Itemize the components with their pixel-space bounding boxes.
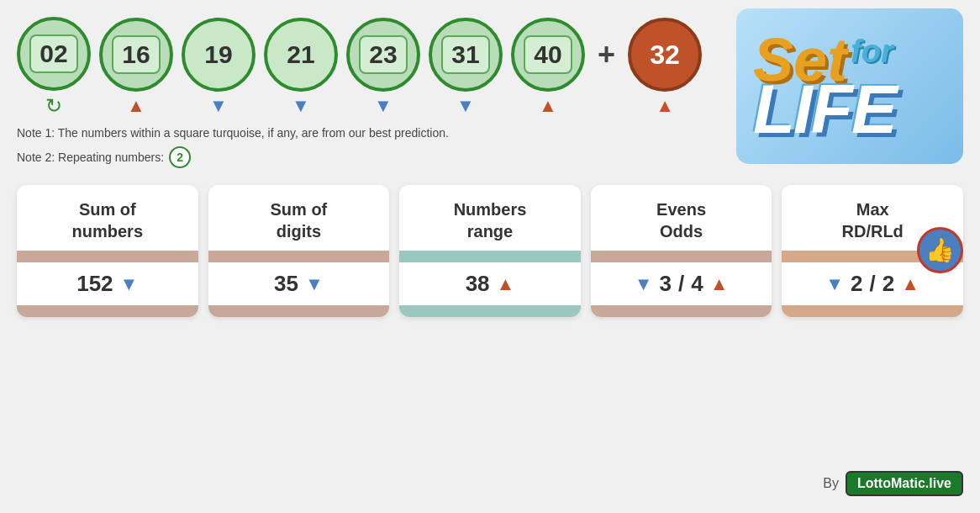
- note2-prefix: Note 2: Repeating numbers:: [17, 151, 164, 164]
- repeating-badge: 2: [169, 146, 191, 168]
- ball-container-7: 40 ▲: [511, 18, 585, 117]
- max-rd-separator: /: [870, 271, 876, 297]
- stat-card-numbers-range-title: Numbersrange: [399, 185, 581, 251]
- ball-4: 21: [264, 18, 338, 92]
- numbers-range-arrow-up-icon: ▲: [497, 273, 515, 295]
- ball-container-1: 02 ↻: [17, 17, 91, 118]
- evens-odds-separator: /: [678, 271, 684, 297]
- stat-card-max-rd-bar-bottom: [782, 305, 963, 317]
- note1: Note 1: The numbers within a square turq…: [17, 126, 711, 140]
- ball-3: 19: [182, 18, 256, 92]
- attribution: By LottoMatic.live: [823, 471, 963, 496]
- numbers-range-val: 38: [466, 271, 490, 297]
- stat-card-sum-numbers-bar-top: [17, 251, 198, 262]
- bonus-ball: 32: [628, 18, 702, 92]
- attribution-brand: LottoMatic.live: [846, 471, 963, 496]
- stat-card-sum-digits-title: Sum ofdigits: [208, 185, 390, 251]
- sum-digits-arrow-down-icon: ▼: [305, 273, 324, 295]
- ball-3-down-icon[interactable]: ▼: [209, 95, 228, 117]
- max-rd-val-left: 2: [851, 271, 862, 297]
- stat-card-evens-odds: EvensOdds ▼ 3 / 4 ▲: [591, 185, 772, 317]
- logo-container: Set for LIFE: [736, 8, 963, 164]
- ball-7-inner: 40: [524, 35, 572, 74]
- ball-7: 40: [511, 18, 585, 92]
- bonus-ball-container: 32 ▲: [628, 18, 702, 117]
- max-rd-arrow-up-icon: ▲: [901, 273, 919, 295]
- stat-card-sum-numbers-value: 152 ▼: [17, 262, 198, 305]
- bonus-ball-up-icon[interactable]: ▲: [656, 95, 674, 117]
- ball-7-up-icon[interactable]: ▲: [539, 95, 557, 117]
- thumbs-up-button[interactable]: 👍: [917, 227, 963, 273]
- sum-digits-val: 35: [274, 271, 298, 297]
- ball-6-down-icon[interactable]: ▼: [456, 95, 475, 117]
- stat-card-sum-numbers: Sum ofnumbers 152 ▼: [17, 185, 198, 317]
- ball-1: 02: [17, 17, 91, 91]
- ball-container-6: 31 ▼: [429, 18, 503, 117]
- ball-4-inner: 21: [278, 37, 323, 72]
- ball-container-4: 21 ▼: [264, 18, 338, 117]
- ball-4-down-icon[interactable]: ▼: [292, 95, 310, 117]
- stat-card-evens-odds-title: EvensOdds: [591, 185, 772, 251]
- max-rd-val-right: 2: [883, 271, 894, 297]
- stat-card-numbers-range-bar-top: [399, 251, 581, 262]
- ball-1-refresh-icon[interactable]: ↻: [45, 94, 62, 118]
- stat-card-evens-odds-bar-top: [591, 251, 772, 262]
- ball-container-2: 16 ▲: [99, 18, 173, 117]
- note1-text: Note 1: The numbers within a square turq…: [17, 126, 449, 140]
- attribution-by: By: [823, 476, 839, 491]
- ball-5: 23: [346, 18, 420, 92]
- ball-container-3: 19 ▼: [182, 18, 256, 117]
- ball-container-5: 23 ▼: [346, 18, 420, 117]
- bonus-ball-value: 32: [650, 40, 680, 71]
- logo-life: LIFE: [753, 75, 896, 144]
- stat-card-numbers-range: Numbersrange 38 ▲: [399, 185, 581, 317]
- max-rd-arrow-down-icon: ▼: [825, 273, 844, 295]
- ball-2-inner: 16: [112, 35, 160, 74]
- stat-card-sum-digits: Sum ofdigits 35 ▼: [208, 185, 390, 317]
- odds-val: 4: [691, 271, 703, 297]
- note2: Note 2: Repeating numbers: 2: [17, 146, 711, 168]
- ball-1-inner: 02: [29, 34, 77, 73]
- evens-odds-arrow-up-icon: ▲: [710, 273, 729, 295]
- evens-val: 3: [659, 271, 671, 297]
- stat-card-sum-digits-bar-bottom: [208, 305, 390, 317]
- stat-card-evens-odds-value: ▼ 3 / 4 ▲: [591, 262, 772, 305]
- ball-2: 16: [99, 18, 173, 92]
- stat-card-numbers-range-bar-bottom: [399, 305, 581, 317]
- stat-card-evens-odds-bar-bottom: [591, 305, 772, 317]
- ball-6: 31: [429, 18, 503, 92]
- sum-numbers-arrow-down-icon: ▼: [120, 273, 139, 295]
- ball-2-up-icon[interactable]: ▲: [127, 95, 145, 117]
- sum-numbers-val: 152: [76, 271, 113, 297]
- stat-card-sum-numbers-title: Sum ofnumbers: [17, 185, 198, 251]
- ball-3-inner: 19: [196, 37, 240, 72]
- plus-sign: +: [598, 37, 615, 98]
- stat-card-sum-numbers-bar-bottom: [17, 305, 198, 317]
- stat-card-numbers-range-value: 38 ▲: [399, 262, 581, 305]
- stat-card-sum-digits-bar-top: [208, 251, 390, 262]
- stats-row: Sum ofnumbers 152 ▼ Sum ofdigits 35 ▼ Nu…: [17, 185, 963, 317]
- ball-6-inner: 31: [441, 35, 489, 74]
- logo-for: for: [851, 34, 893, 70]
- ball-5-inner: 23: [359, 35, 407, 74]
- main-container: Set for LIFE 02 ↻ 16 ▲ 19 ▼: [0, 0, 980, 513]
- ball-5-down-icon[interactable]: ▼: [374, 95, 393, 117]
- stat-card-sum-digits-value: 35 ▼: [208, 262, 390, 305]
- evens-odds-arrow-down-icon: ▼: [635, 273, 653, 295]
